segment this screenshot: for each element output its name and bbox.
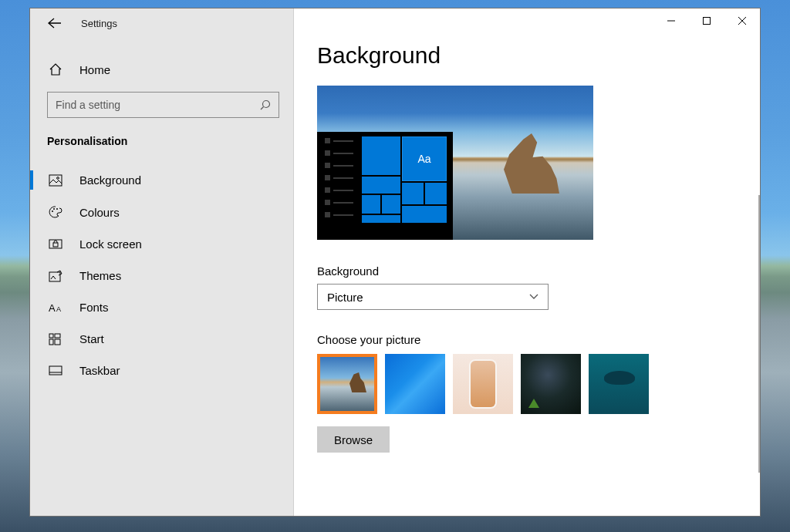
sidebar-item-label: Lock screen [79,237,142,251]
svg-point-4 [263,101,270,108]
picture-thumb-2[interactable] [385,354,445,414]
svg-rect-20 [49,366,62,375]
back-button[interactable] [47,15,62,31]
background-preview: Aa [317,86,593,240]
picture-icon [49,174,66,187]
window-title: Settings [81,18,117,29]
svg-text:A: A [49,302,56,314]
search-box[interactable] [47,92,279,118]
fonts-icon: AA [49,301,66,314]
sidebar-item-home[interactable]: Home [30,52,293,87]
settings-window: Settings Home Personalisation Backgro [29,8,761,517]
sidebar-item-label: Themes [79,269,121,282]
palette-icon [49,205,66,219]
search-icon [260,99,271,110]
sidebar-item-label: Fonts [79,301,109,314]
themes-icon [49,270,66,282]
sidebar: Settings Home Personalisation Backgro [30,8,294,516]
start-icon [49,333,66,345]
svg-rect-17 [55,334,60,338]
svg-line-5 [261,107,264,110]
background-type-dropdown[interactable]: Picture [317,284,549,310]
page-title: Background [317,42,744,69]
sidebar-item-label: Start [79,332,104,345]
chevron-down-icon [529,294,538,300]
titlebar: Settings [30,8,293,38]
sidebar-item-background[interactable]: Background [30,164,293,196]
taskbar-icon [49,365,66,375]
sidebar-item-taskbar[interactable]: Taskbar [30,355,293,386]
sidebar-section-title: Personalisation [30,118,293,153]
sidebar-item-label: Taskbar [79,364,120,377]
svg-rect-6 [49,175,62,186]
sidebar-item-label: Background [79,173,141,187]
svg-rect-12 [53,243,58,247]
picture-thumb-1[interactable] [317,354,377,414]
svg-point-10 [56,208,58,210]
svg-text:A: A [56,305,61,313]
picture-thumb-4[interactable] [521,354,581,414]
sidebar-item-colours[interactable]: Colours [30,196,293,228]
svg-point-7 [57,177,59,179]
sidebar-item-label: Colours [79,206,120,219]
search-input[interactable] [56,99,260,111]
dropdown-value: Picture [327,291,363,304]
preview-start-menu: Aa [317,132,453,240]
sidebar-nav: Background Colours Lock screen Themes [30,164,293,386]
svg-rect-16 [49,334,53,338]
sidebar-item-fonts[interactable]: AA Fonts [30,291,293,323]
main-panel: Background Aa [294,8,760,516]
picture-thumbnails [317,354,744,414]
picture-thumb-5[interactable] [589,354,649,414]
sidebar-item-lockscreen[interactable]: Lock screen [30,228,293,260]
sidebar-item-themes[interactable]: Themes [30,260,293,291]
browse-button[interactable]: Browse [317,426,390,453]
home-icon [49,62,66,76]
svg-point-9 [53,208,55,210]
svg-rect-13 [49,272,60,281]
choose-picture-label: Choose your picture [317,333,744,346]
svg-rect-19 [55,339,60,345]
background-field-label: Background [317,264,744,278]
svg-rect-18 [49,339,53,345]
svg-point-8 [52,210,53,212]
preview-sample-tile: Aa [402,136,447,181]
picture-thumb-3[interactable] [453,354,513,414]
lockscreen-icon [49,239,66,250]
home-label: Home [79,63,110,76]
sidebar-item-start[interactable]: Start [30,323,293,355]
